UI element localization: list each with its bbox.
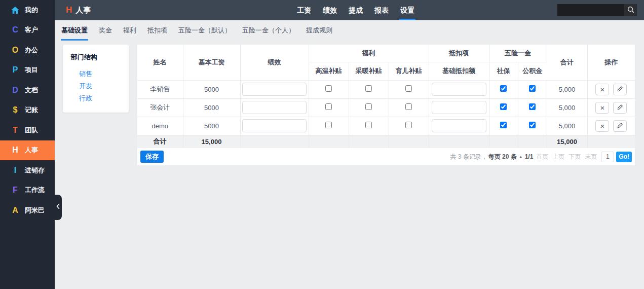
per-page-text: 每页 20 条 [488,153,517,161]
tab-bonus[interactable]: 奖金 [98,20,112,41]
tab-deductions[interactable]: 抵扣项 [147,20,168,41]
tab-welfare[interactable]: 福利 [123,20,137,41]
warming-allowance-checkbox[interactable] [365,122,372,128]
main-content: 基础设置 奖金 福利 抵扣项 五险一金（默认） 五险一金（个人） 提成规则 部门… [55,20,644,289]
sidebar-item-mine[interactable]: 我的 [0,0,55,20]
sidebar-item-label: 我的 [25,6,38,15]
go-button[interactable]: Go! [616,152,632,162]
search-button[interactable] [624,4,637,16]
department-item-administration[interactable]: 行政 [63,92,129,104]
basic-deduction-input[interactable] [432,101,486,114]
sidebar-item-label: 阿米巴 [25,206,45,215]
app-logo-letter: H [66,5,72,15]
menu-item-performance[interactable]: 绩效 [322,0,338,20]
table-footer-bar: 保存 共 3 条记录， 每页 20 条 ▲ 1/1 首页 上页 下页 末页 Go… [137,148,635,165]
letter-p-icon: P [10,65,20,75]
performance-input[interactable] [242,119,307,132]
delete-row-button[interactable]: × [595,84,609,95]
letter-i-icon: I [10,166,20,175]
sidebar: 我的 C 客户 O 办公 P 项目 D 文档 $ 记账 T 团队 H 人事 [0,0,55,289]
first-page-link[interactable]: 首页 [536,153,548,161]
childcare-allowance-checkbox[interactable] [405,122,412,128]
basic-deduction-input[interactable] [432,83,486,96]
tab-insurance-personal[interactable]: 五险一金（个人） [242,20,295,41]
department-list: 销售 开发 行政 [63,68,129,104]
tab-commission-rules[interactable]: 提成规则 [306,20,333,41]
sidebar-item-label: 办公 [25,46,38,55]
heat-allowance-checkbox[interactable] [325,103,332,110]
sidebar-item-label: 文档 [25,86,38,95]
prev-page-link[interactable]: 上页 [552,153,564,161]
tab-insurance-default[interactable]: 五险一金（默认） [178,20,232,41]
salary-settings-table: 姓名 基本工资 绩效 福利 抵扣项 五险一金 合计 操作 高温补贴 采暖补贴 育… [137,45,635,165]
sidebar-item-projects[interactable]: P 项目 [0,60,55,81]
performance-input[interactable] [242,83,307,96]
warming-allowance-checkbox[interactable] [365,103,372,110]
letter-h-icon: H [10,146,20,155]
social-insurance-checkbox[interactable] [500,122,507,128]
letter-a-icon: A [10,206,20,215]
col-header-operations: 操作 [587,45,635,80]
sidebar-item-amoeba[interactable]: A 阿米巴 [0,200,55,221]
col-header-heat-allowance: 高温补贴 [309,62,349,80]
department-panel: 部门结构 销售 开发 行政 [63,45,129,113]
menu-item-salary[interactable]: 工资 [296,0,312,20]
per-page-caret-icon[interactable]: ▲ [519,155,523,159]
app-logo: H 人事 [66,5,91,15]
department-item-sales[interactable]: 销售 [63,68,129,80]
menu-item-settings[interactable]: 设置 [399,0,415,20]
col-header-name: 姓名 [137,45,183,80]
childcare-allowance-checkbox[interactable] [405,85,412,92]
housing-fund-checkbox[interactable] [529,103,536,110]
last-page-link[interactable]: 末页 [585,153,597,161]
sidebar-item-documents[interactable]: D 文档 [0,80,55,100]
performance-input[interactable] [242,101,307,114]
pagination: 共 3 条记录， 每页 20 条 ▲ 1/1 首页 上页 下页 末页 Go! [450,152,632,162]
heat-allowance-checkbox[interactable] [325,85,332,92]
menu-item-reports[interactable]: 报表 [373,0,390,20]
sidebar-item-office[interactable]: O 办公 [0,40,55,60]
page-number-input[interactable] [601,152,614,162]
edit-row-button[interactable] [613,102,627,114]
topbar: H 人事 工资 绩效 提成 报表 设置 [55,0,644,20]
basic-deduction-input[interactable] [432,119,486,132]
sidebar-item-label: 项目 [25,65,38,75]
top-menu: 工资 绩效 提成 报表 设置 [296,0,425,20]
search-box [557,4,637,16]
housing-fund-checkbox[interactable] [529,85,536,92]
cell-total: 5,000 [547,98,587,117]
cell-base-salary: 5000 [183,80,240,98]
summary-base-salary: 15,000 [183,135,240,148]
sidebar-item-inventory[interactable]: I 进销存 [0,160,55,180]
cell-base-salary: 5000 [183,98,240,117]
col-group-welfare: 福利 [309,45,429,62]
close-icon: × [600,86,605,93]
social-insurance-checkbox[interactable] [500,103,507,110]
record-count-text: 共 3 条记录， [450,153,487,161]
next-page-link[interactable]: 下页 [569,153,581,161]
tab-basic-settings[interactable]: 基础设置 [61,20,88,41]
sidebar-item-label: 工作流 [25,186,45,195]
search-input[interactable] [557,4,624,16]
department-item-development[interactable]: 开发 [63,80,129,92]
menu-item-commission[interactable]: 提成 [348,0,364,20]
delete-row-button[interactable]: × [595,102,609,114]
edit-row-button[interactable] [613,84,627,95]
chevron-left-icon [56,203,60,212]
sidebar-item-bookkeeping[interactable]: $ 记账 [0,100,55,121]
sidebar-item-hr[interactable]: H 人事 [0,140,55,161]
childcare-allowance-checkbox[interactable] [405,103,412,110]
warming-allowance-checkbox[interactable] [365,85,372,92]
edit-row-button[interactable] [613,120,627,132]
social-insurance-checkbox[interactable] [500,85,507,92]
delete-row-button[interactable]: × [595,120,609,132]
sidebar-item-team[interactable]: T 团队 [0,120,55,140]
close-icon: × [600,104,605,112]
letter-d-icon: D [10,86,20,95]
sidebar-item-workflow[interactable]: F 工作流 [0,180,55,201]
sidebar-item-customers[interactable]: C 客户 [0,20,55,41]
heat-allowance-checkbox[interactable] [325,122,332,128]
housing-fund-checkbox[interactable] [529,122,536,128]
save-button[interactable]: 保存 [140,151,164,163]
cell-name: 李销售 [137,80,183,98]
